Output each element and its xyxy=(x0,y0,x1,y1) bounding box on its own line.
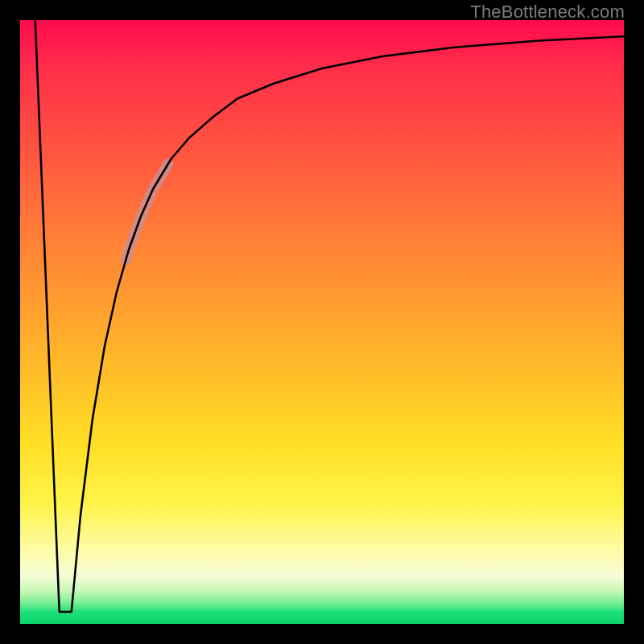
highlight-segment xyxy=(126,164,168,260)
bottleneck-curve xyxy=(35,20,624,612)
plot-area xyxy=(20,20,624,624)
chart-stage: TheBottleneck.com xyxy=(0,0,644,644)
curve-layer xyxy=(20,20,624,624)
